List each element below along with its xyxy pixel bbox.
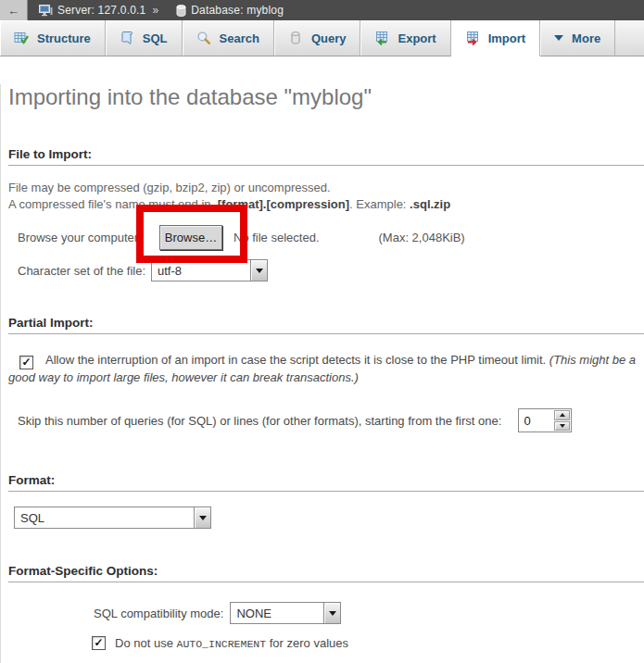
server-icon xyxy=(39,4,53,17)
query-icon xyxy=(288,31,303,45)
browse-button[interactable]: Browse… xyxy=(159,225,222,250)
auto-increment-label-prefix: Do not use xyxy=(115,636,177,650)
spinner-down-icon xyxy=(560,424,565,428)
sql-compatibility-label: SQL compatibility mode: xyxy=(94,607,223,620)
tab-import[interactable]: Import xyxy=(451,20,540,56)
compression-line2-mid: . Example: xyxy=(349,197,410,211)
spinner-down-button[interactable] xyxy=(554,421,570,432)
sql-compatibility-value: NONE xyxy=(231,603,323,623)
charset-select[interactable]: utf-8 xyxy=(151,259,268,281)
tab-sql[interactable]: SQL xyxy=(106,20,183,56)
sql-icon xyxy=(120,31,134,45)
back-arrow-icon: ← xyxy=(7,4,19,18)
section-heading-format: Format: xyxy=(8,473,644,492)
allow-interrupt-label: Allow the interruption of an import in c… xyxy=(45,353,549,367)
section-heading-partial-import: Partial Import: xyxy=(8,316,644,334)
allow-interrupt-checkbox[interactable]: ✓ xyxy=(19,356,33,369)
phpmyadmin-import-page: { "breadcrumb": { "back_arrow": "←", "se… xyxy=(0,0,644,663)
structure-icon xyxy=(14,31,29,45)
compression-example: .sql.zip xyxy=(410,197,450,211)
skip-queries-label: Skip this number of queries (for SQL) or… xyxy=(18,414,501,428)
format-dropdown-button[interactable] xyxy=(194,507,210,528)
spinner-up-icon xyxy=(560,413,565,417)
charset-row: Character set of the file: utf-8 xyxy=(18,259,644,281)
compat-dropdown-button[interactable] xyxy=(323,603,340,623)
tab-query[interactable]: Query xyxy=(274,20,361,56)
tab-label: Import xyxy=(488,31,525,45)
import-icon xyxy=(465,31,480,45)
tab-label: SQL xyxy=(143,31,168,45)
format-selected-value: SQL xyxy=(15,507,194,528)
spinner-up-button[interactable] xyxy=(554,410,570,420)
tab-label: Search xyxy=(220,31,259,45)
tab-bar-filler xyxy=(615,20,644,56)
browse-label: Browse your computer: xyxy=(18,231,152,244)
search-icon xyxy=(196,31,211,45)
main-content: Importing into the database "myblog" Fil… xyxy=(0,84,644,663)
skip-queries-row: Skip this number of queries (for SQL) or… xyxy=(18,408,644,432)
tab-more[interactable]: More xyxy=(540,20,615,56)
auto-increment-checkbox[interactable]: ✓ xyxy=(92,636,106,650)
dropdown-arrow-icon xyxy=(329,611,336,616)
section-heading-format-specific: Format-Specific Options: xyxy=(8,564,644,582)
chevron-down-icon xyxy=(554,35,563,41)
compression-line2-prefix: A compressed file's name must end in xyxy=(8,197,214,211)
format-select[interactable]: SQL xyxy=(14,507,211,529)
sql-compatibility-row: SQL compatibility mode: NONE xyxy=(94,602,644,624)
no-file-selected-text: No file selected. xyxy=(234,231,320,244)
tab-structure[interactable]: Structure xyxy=(0,20,106,56)
export-icon xyxy=(374,31,389,45)
page-title: Importing into the database "myblog" xyxy=(8,84,644,110)
tab-search[interactable]: Search xyxy=(183,20,274,56)
database-icon xyxy=(176,5,186,17)
sql-compatibility-select[interactable]: NONE xyxy=(230,602,341,624)
charset-label: Character set of the file: xyxy=(18,264,145,278)
charset-dropdown-button[interactable] xyxy=(250,260,267,281)
tab-label: More xyxy=(572,31,600,45)
tab-export[interactable]: Export xyxy=(360,20,450,56)
skip-queries-input[interactable]: 0 xyxy=(518,408,572,432)
tab-label: Export xyxy=(398,31,436,45)
auto-increment-code: AUTO_INCREMENT xyxy=(177,638,267,650)
charset-selected-value: utf-8 xyxy=(152,260,250,281)
allow-interrupt-row: ✓Allow the interruption of an import in … xyxy=(8,352,637,386)
auto-increment-row: ✓ Do not use AUTO_INCREMENT for zero val… xyxy=(92,636,644,650)
dropdown-arrow-icon xyxy=(199,516,207,520)
compression-line1: File may be compressed (gzip, bzip2, zip… xyxy=(8,181,331,194)
skip-queries-value: 0 xyxy=(519,409,553,432)
tab-bar: Structure SQL Search Query Export Import… xyxy=(0,20,644,56)
breadcrumb-database-link[interactable]: Database: myblog xyxy=(191,4,284,17)
file-upload-row: Browse your computer: Browse… No file se… xyxy=(18,225,644,250)
tab-label: Query xyxy=(311,31,347,45)
auto-increment-label-suffix: for zero values xyxy=(266,636,348,650)
back-button[interactable]: ← xyxy=(0,0,28,20)
auto-increment-label: Do not use AUTO_INCREMENT for zero value… xyxy=(115,636,348,650)
breadcrumb-server-link[interactable]: Server: 127.0.0.1 xyxy=(57,4,145,17)
breadcrumb: ← Server: 127.0.0.1 » Database: myblog xyxy=(0,0,644,20)
compression-info-text: File may be compressed (gzip, bzip2, zip… xyxy=(8,180,644,213)
tab-label: Structure xyxy=(37,31,91,45)
max-upload-size-text: (Max: 2,048KiB) xyxy=(379,231,465,244)
spinner-buttons xyxy=(553,409,571,432)
breadcrumb-separator: » xyxy=(152,4,158,17)
section-heading-file-to-import: File to Import: xyxy=(8,147,644,166)
dropdown-arrow-icon xyxy=(256,269,263,273)
compression-format-pattern: .[format].[compression] xyxy=(214,197,349,211)
